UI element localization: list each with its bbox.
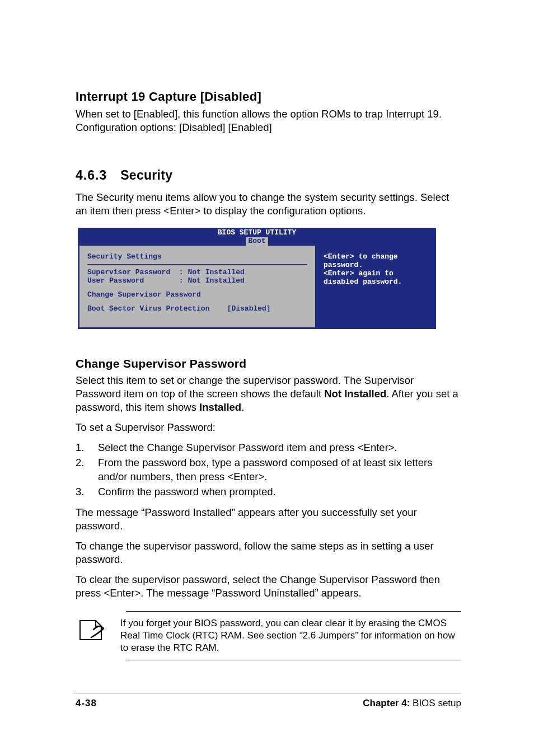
step-3-text: Confirm the password when prompted. xyxy=(98,485,461,499)
bios-tab-boot: Boot xyxy=(246,237,268,245)
step-1-num: 1. xyxy=(76,441,98,455)
bios-divider xyxy=(87,264,307,265)
step-2-num: 2. xyxy=(76,456,98,484)
bios-user-password-row: User Password : Not Installed xyxy=(87,276,307,285)
change-supervisor-p1: Select this item to set or change the su… xyxy=(76,374,461,414)
bios-help-line-3: <Enter> again to xyxy=(324,269,428,278)
bios-security-settings-label: Security Settings xyxy=(87,252,307,261)
note-text: If you forget your BIOS password, you ca… xyxy=(120,617,461,654)
bios-screenshot: BIOS SETUP UTILITY Boot Security Setting… xyxy=(78,228,436,329)
change-password-note: To change the supervisor password, follo… xyxy=(76,539,461,566)
bios-help-line-2: password. xyxy=(324,261,428,269)
security-heading: 4.6.3 Security xyxy=(76,168,461,183)
bios-help-line-1: <Enter> to change xyxy=(324,252,428,261)
change-supervisor-heading: Change Supervisor Password xyxy=(76,357,461,370)
step-3-num: 3. xyxy=(76,485,98,499)
bios-header: BIOS SETUP UTILITY Boot xyxy=(78,228,436,246)
step-2: 2. From the password box, type a passwor… xyxy=(76,456,461,484)
chapter-name: BIOS setup xyxy=(410,698,461,708)
security-intro: The Security menu items allow you to cha… xyxy=(76,191,461,218)
bios-change-supervisor-row: Change Supervisor Password xyxy=(87,290,307,299)
interrupt19-heading: Interrupt 19 Capture [Disabled] xyxy=(76,90,461,104)
bios-body: Security Settings Supervisor Password : … xyxy=(78,246,436,329)
password-installed-msg: The message “Password Installed” appears… xyxy=(76,506,461,533)
csp-text-c: . xyxy=(241,401,244,413)
page-number: 4-38 xyxy=(76,698,97,709)
chapter-prefix: Chapter 4: xyxy=(363,698,410,708)
step-1: 1. Select the Change Supervisor Password… xyxy=(76,441,461,455)
csp-installed: Installed xyxy=(199,401,241,413)
note-block: If you forget your BIOS password, you ca… xyxy=(126,611,461,660)
bios-right-panel: <Enter> to change password. <Enter> agai… xyxy=(317,246,434,327)
csp-not-installed: Not Installed xyxy=(324,388,386,400)
step-1-text: Select the Change Supervisor Password it… xyxy=(98,441,461,455)
security-section-title: Security xyxy=(120,168,172,183)
bios-title: BIOS SETUP UTILITY xyxy=(78,229,436,237)
steps-list: 1. Select the Change Supervisor Password… xyxy=(76,441,461,499)
bios-bootsector-row: Boot Sector Virus Protection [Disabled] xyxy=(87,304,307,313)
bios-help-line-4: disabled password. xyxy=(324,278,428,286)
interrupt19-text: When set to [Enabled], this function all… xyxy=(76,107,461,134)
step-2-text: From the password box, type a password c… xyxy=(98,456,461,484)
bios-supervisor-password-row: Supervisor Password : Not Installed xyxy=(87,268,307,276)
bios-left-panel: Security Settings Supervisor Password : … xyxy=(79,246,317,327)
step-3: 3. Confirm the password when prompted. xyxy=(76,485,461,499)
note-icon xyxy=(77,618,106,644)
chapter-label: Chapter 4: BIOS setup xyxy=(363,698,461,709)
clear-password-note: To clear the supervisor password, select… xyxy=(76,573,461,600)
security-section-number: 4.6.3 xyxy=(76,168,107,183)
to-set-label: To set a Supervisor Password: xyxy=(76,421,461,434)
page-footer: 4-38 Chapter 4: BIOS setup xyxy=(76,693,461,709)
